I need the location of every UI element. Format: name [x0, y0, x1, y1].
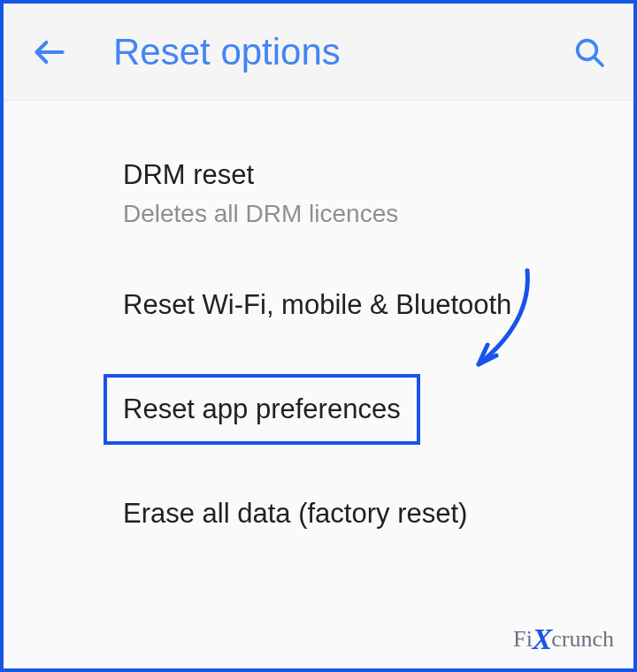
- watermark-part3: crunch: [551, 626, 614, 653]
- item-title: Reset Wi-Fi, mobile & Bluetooth: [123, 287, 598, 323]
- watermark: Fi X crunch: [513, 622, 614, 656]
- list-item-erase-all-data[interactable]: Erase all data (factory reset): [123, 470, 598, 553]
- arrow-left-icon: [30, 33, 69, 72]
- item-title: DRM reset: [123, 157, 598, 193]
- svg-line-1: [595, 57, 602, 65]
- watermark-part2: X: [533, 622, 553, 656]
- watermark-part1: Fi: [513, 626, 533, 653]
- list-item-drm-reset[interactable]: DRM reset Deletes all DRM licences: [123, 136, 598, 252]
- highlight-box: Reset app preferences: [104, 374, 420, 445]
- page-title: Reset options: [113, 31, 563, 73]
- app-header: Reset options: [4, 4, 633, 101]
- back-button[interactable]: [21, 24, 78, 80]
- item-subtitle: Deletes all DRM licences: [123, 198, 598, 230]
- list-item-reset-wifi[interactable]: Reset Wi-Fi, mobile & Bluetooth: [123, 252, 598, 349]
- list-item-reset-app-preferences[interactable]: Reset app preferences: [123, 349, 598, 470]
- search-button[interactable]: [563, 26, 616, 79]
- item-title: Reset app preferences: [123, 392, 401, 427]
- search-icon: [572, 34, 607, 70]
- settings-list: DRM reset Deletes all DRM licences Reset…: [4, 101, 633, 554]
- item-title: Erase all data (factory reset): [123, 496, 598, 531]
